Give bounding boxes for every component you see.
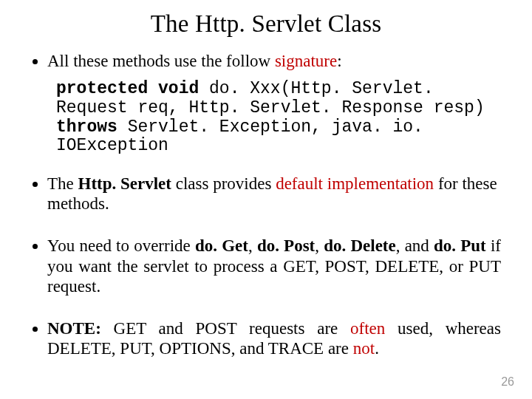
code-keyword: throws (56, 117, 117, 137)
text: class provides (171, 174, 276, 193)
page-number: 26 (501, 375, 514, 389)
bullet-list: All these methods use the follow signatu… (31, 51, 501, 71)
bullet-default-impl: The Http. Servlet class provides default… (47, 174, 501, 214)
code-block: protected void do. Xxx(Http. Servlet. Re… (56, 80, 501, 156)
text: , (315, 236, 324, 255)
text-bold: Http. Servlet (78, 174, 171, 193)
text-bold: do. Put (434, 236, 486, 255)
text-bold: do. Delete (324, 236, 396, 255)
slide: The Http. Servlet Class All these method… (0, 0, 532, 399)
text-bold: do. Get (195, 236, 248, 255)
text: The (47, 174, 78, 193)
text-bold: NOTE: (47, 319, 101, 338)
text-red: often (350, 319, 385, 338)
text-red: default implementation (276, 174, 434, 193)
bullet-signature: All these methods use the follow signatu… (47, 51, 501, 71)
text: , and (396, 236, 434, 255)
bullet-note: NOTE: GET and POST requests are often us… (47, 318, 501, 358)
code-keyword: protected void (56, 79, 199, 98)
text: . (375, 339, 379, 358)
bullet-list-2: The Http. Servlet class provides default… (31, 174, 501, 358)
text: You need to override (47, 236, 195, 255)
slide-title: The Http. Servlet Class (31, 10, 501, 38)
text-bold: do. Post (257, 236, 315, 255)
text: , (248, 236, 257, 255)
text-red: signature (275, 52, 337, 70)
bullet-override: You need to override do. Get, do. Post, … (47, 236, 501, 296)
text: All these methods use the follow (47, 52, 275, 70)
text: GET and POST requests are (101, 319, 350, 338)
text: : (337, 52, 341, 70)
text-red: not (353, 339, 375, 358)
